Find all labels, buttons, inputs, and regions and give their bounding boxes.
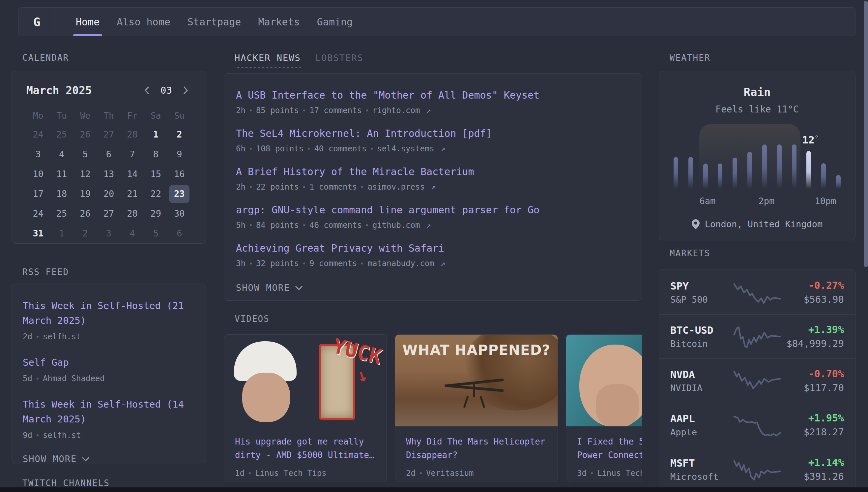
external-link-icon: ↗ <box>431 182 436 192</box>
hn-item-title[interactable]: argp: GNU-style command line argument pa… <box>236 203 629 217</box>
calendar-day: 26 <box>75 125 96 144</box>
calendar-prev-button[interactable] <box>141 85 153 96</box>
market-name: Microsoft <box>670 471 732 482</box>
sparkline-chart <box>732 325 783 348</box>
middle-column: HACKER NEWS LOBSTERS A USB Interface to … <box>224 53 642 482</box>
rss-show-more-button[interactable]: SHOW MORE <box>23 454 195 464</box>
dot-separator-icon <box>250 186 252 188</box>
market-price: $391.26 <box>783 471 844 482</box>
nav-item-markets[interactable]: Markets <box>258 7 299 36</box>
hn-item-points: 84 points <box>256 221 299 230</box>
hn-item-title[interactable]: A Brief History of the Miracle Bacterium <box>236 165 629 178</box>
sparkline-chart <box>732 414 783 437</box>
market-row-msft[interactable]: MSFT Microsoft +1.14% $391.26 <box>659 447 855 491</box>
nav-item-also-home[interactable]: Also home <box>117 7 170 36</box>
nav-item-startpage[interactable]: Startpage <box>187 7 241 36</box>
nav-item-home[interactable]: Home <box>76 7 100 36</box>
helicopter-shape <box>445 377 504 407</box>
video-thumbnail[interactable]: WHAT HAPPENED? <box>395 335 558 426</box>
video-time: 1d <box>235 469 244 478</box>
tab-lobsters[interactable]: LOBSTERS <box>315 53 364 68</box>
rss-item-time: 2d <box>23 332 32 341</box>
hn-item-comments[interactable]: 46 comments <box>310 221 362 230</box>
calendar-widget: March 2025 03 MoTuWeThFrSaSu 24252627281… <box>11 71 206 244</box>
video-channel: Linus Tech Tips <box>255 469 326 478</box>
calendar-grid: 2425262728123456789101112131415161718192… <box>26 125 191 243</box>
market-name: NVIDIA <box>670 383 732 393</box>
hn-item-title[interactable]: Achieving Great Privacy with Safari <box>236 242 629 255</box>
hn-item-time: 2h <box>236 106 245 115</box>
hn-item-title[interactable]: A USB Interface to the "Mother of All De… <box>236 89 629 102</box>
weather-heading: WEATHER <box>659 53 856 63</box>
calendar-day: 30 <box>169 204 189 223</box>
rss-item-title[interactable]: This Week in Self-Hosted (21 March 2025) <box>23 298 195 328</box>
video-card[interactable]: WHAT HAPPENED? Why Did The Mars Helicopt… <box>395 335 558 482</box>
calendar-day: 25 <box>51 204 72 223</box>
rss-item-title[interactable]: Self Gap <box>23 355 195 370</box>
weekday-label: Sa <box>144 111 167 121</box>
calendar-day: 17 <box>28 184 48 203</box>
weather-bar <box>718 164 722 189</box>
calendar-day: 4 <box>51 145 72 164</box>
video-channel: Veritasium <box>426 469 474 478</box>
twitch-heading: TWITCH CHANNELS <box>11 478 206 488</box>
weather-bar <box>688 157 693 189</box>
calendar-day: 8 <box>146 145 166 164</box>
tab-hacker-news[interactable]: HACKER NEWS <box>235 53 301 68</box>
market-row-spy[interactable]: SPY S&P 500 -0.27% $563.98 <box>659 270 855 315</box>
red-arrow-icon: ↓ <box>353 364 371 387</box>
video-card[interactable]: YUCK ↓ His upgrade got me really dirty -… <box>224 335 387 482</box>
page-scrollbar[interactable] <box>864 1 868 267</box>
market-row-nvda[interactable]: NVDA NVIDIA -0.70% $117.70 <box>659 359 855 403</box>
hn-item-comments[interactable]: 40 comments <box>314 144 366 153</box>
video-thumbnail[interactable]: DO TH T <box>566 335 642 426</box>
hn-item-comments[interactable]: 17 comments <box>310 106 362 115</box>
market-price: $563.98 <box>783 294 844 305</box>
dot-separator-icon <box>366 224 368 226</box>
hn-item-comments[interactable]: 1 comments <box>310 182 357 192</box>
dot-separator-icon <box>591 472 593 474</box>
hn-show-more-button[interactable]: SHOW MORE <box>236 282 629 293</box>
video-title[interactable]: I Fixed the 5090's Melting Power Connect… <box>577 435 642 462</box>
rss-item-source: selfh.st <box>43 332 81 341</box>
video-thumbnail[interactable]: YUCK ↓ <box>224 335 387 426</box>
weather-bar-current <box>806 151 811 189</box>
calendar-day: 29 <box>146 204 166 223</box>
video-title[interactable]: His upgrade got me really dirty - AMD $5… <box>235 435 376 462</box>
video-card[interactable]: DO TH T I Fixed the 5090's Melting Power… <box>566 335 642 482</box>
hn-item-title[interactable]: The SeL4 Microkernel: An Introduction [p… <box>236 127 629 140</box>
video-title[interactable]: Why Did The Mars Helicopter Disappear? <box>406 435 547 462</box>
dot-separator-icon <box>250 109 252 112</box>
market-price: $117.70 <box>783 382 844 393</box>
chevron-right-icon <box>182 85 189 95</box>
weekday-label: We <box>74 111 97 121</box>
time-axis-label: 2pm <box>743 196 790 206</box>
market-symbol: BTC-USD <box>670 324 732 336</box>
market-row-aapl[interactable]: AAPL Apple +1.95% $218.27 <box>659 403 855 447</box>
hn-item-comments[interactable]: 9 comments <box>310 259 357 268</box>
calendar-next-button[interactable] <box>180 85 191 96</box>
calendar-day: 24 <box>28 125 48 144</box>
rss-widget: This Week in Self-Hosted (21 March 2025)… <box>11 284 206 464</box>
market-price: $218.27 <box>783 426 844 438</box>
calendar-day: 1 <box>51 224 72 243</box>
calendar-month-badge: 03 <box>160 85 172 96</box>
calendar-day: 22 <box>146 184 166 203</box>
hacker-news-widget: A USB Interface to the "Mother of All De… <box>224 73 642 301</box>
external-link-icon: ↗ <box>441 144 445 153</box>
hn-item: argp: GNU-style command line argument pa… <box>236 203 629 230</box>
nav-item-gaming[interactable]: Gaming <box>317 7 352 36</box>
market-change: +1.14% <box>783 457 844 468</box>
external-link-icon: ↗ <box>426 106 431 115</box>
calendar-day: 24 <box>28 204 48 223</box>
hn-item-time: 6h <box>236 144 245 153</box>
calendar-day: 3 <box>99 224 119 243</box>
market-row-btc-usd[interactable]: BTC-USD Bitcoin +1.39% $84,999.29 <box>659 315 855 359</box>
rss-item-title[interactable]: This Week in Self-Hosted (14 March 2025) <box>23 397 195 427</box>
calendar-month-title: March 2025 <box>26 84 92 97</box>
dot-separator-icon <box>36 336 38 338</box>
calendar-day: 28 <box>122 125 142 144</box>
hn-item-domain: github.com <box>372 221 420 230</box>
calendar-day: 31 <box>28 224 48 243</box>
chevron-down-icon <box>81 457 90 462</box>
